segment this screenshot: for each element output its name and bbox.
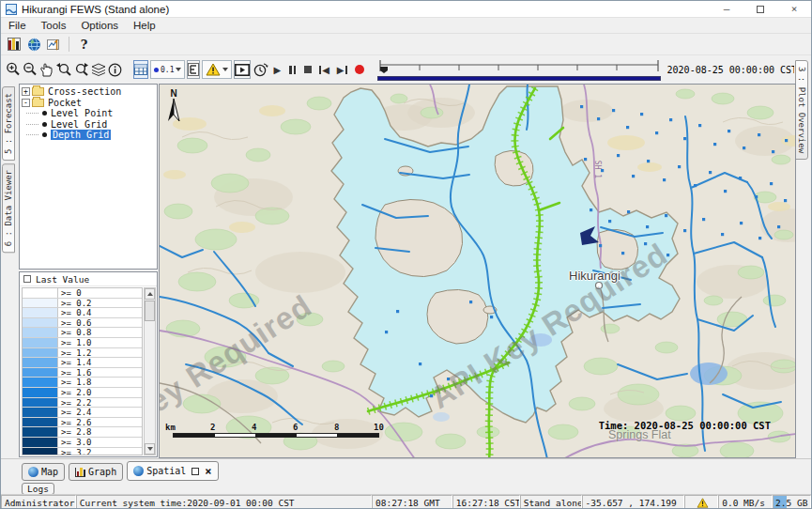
tab-map[interactable]: Map: [22, 463, 65, 481]
zoom-in-icon[interactable]: [6, 60, 21, 79]
scroll-down-arrow[interactable]: [145, 443, 155, 455]
play-button[interactable]: ▶: [273, 60, 281, 79]
tree-item-level-grid[interactable]: Level Grid: [22, 119, 157, 131]
dropdown-arrow-icon: [176, 68, 181, 71]
spatial-display-globe-icon[interactable]: [25, 35, 43, 54]
time-slider[interactable]: [377, 59, 661, 81]
last-timestep-button[interactable]: ▶: [337, 60, 347, 79]
tree-item-depth-grid[interactable]: Depth Grid: [22, 130, 157, 141]
legend-label: >= 2.6: [58, 418, 92, 427]
legend-swatch: [23, 328, 58, 337]
tab-data-viewer[interactable]: 6 : Data Viewer: [2, 163, 15, 253]
status-mode: Stand alone: [520, 495, 582, 509]
north-label: N: [167, 88, 180, 99]
legend-row[interactable]: >= 3.2: [23, 448, 142, 456]
legend-label: >= 2.2: [58, 398, 92, 408]
legend-scrollbar[interactable]: [144, 287, 156, 455]
legend-row[interactable]: >= 2.6: [23, 418, 142, 428]
legend-swatch: [23, 348, 58, 358]
legend-swatch: [23, 408, 58, 417]
menu-tools[interactable]: Tools: [34, 20, 74, 31]
map-time-label: Time: 2020-08-25 00:00:00 CST: [599, 420, 771, 431]
legend-row[interactable]: >= 1.2: [23, 348, 142, 359]
set-time-clock-icon[interactable]: [253, 60, 268, 79]
road-label: SH 1: [593, 161, 602, 178]
animation-window-icon[interactable]: [234, 60, 251, 79]
pause-button[interactable]: [288, 60, 297, 79]
map-view[interactable]: N API Key Required API Key Required Hiku…: [159, 84, 796, 458]
legend-row[interactable]: >= 1.4: [23, 358, 142, 368]
menu-file[interactable]: File: [1, 20, 34, 31]
legend-row[interactable]: >= 2.0: [23, 388, 142, 398]
legend-row[interactable]: >= 2.4: [23, 408, 142, 418]
time-slider-handle[interactable]: [380, 67, 388, 73]
legend-row[interactable]: >= 1.0: [23, 338, 142, 348]
zoom-previous-icon[interactable]: [55, 60, 71, 79]
last-value-row[interactable]: Last Value: [20, 272, 157, 286]
menu-help[interactable]: Help: [126, 20, 163, 31]
legend-icon[interactable]: [187, 60, 200, 79]
minimize-button[interactable]: –: [710, 1, 743, 17]
tab-forecast[interactable]: 5 : Forecast: [2, 86, 15, 161]
menu-bar: File Tools Options Help: [1, 18, 811, 34]
title-bar[interactable]: Hikurangi FEWS (Stand alone) – ×: [1, 1, 811, 18]
close-button[interactable]: ×: [777, 1, 811, 17]
timeseries-chart-icon[interactable]: [45, 35, 63, 54]
float-panel-icon[interactable]: [192, 468, 199, 475]
tab-graph[interactable]: Graph: [69, 463, 123, 481]
legend-row[interactable]: >= 2.8: [23, 427, 142, 438]
legend-row[interactable]: >= 0.2: [23, 299, 142, 309]
legend-label: >= 2.4: [58, 408, 92, 417]
database-viewer-icon[interactable]: [6, 35, 23, 54]
last-value-checkbox[interactable]: [23, 275, 31, 283]
window-title: Hikurangi FEWS (Stand alone): [22, 4, 169, 15]
map-canvas[interactable]: [160, 85, 796, 458]
help-button[interactable]: ?: [75, 35, 93, 54]
legend-row[interactable]: >= 1.8: [23, 378, 142, 388]
classbreaks-dropdown[interactable]: 0.1: [150, 60, 185, 79]
warning-icon: [697, 498, 709, 508]
town-label: Hikurangi: [569, 269, 620, 283]
main-toolbar: ?: [1, 34, 811, 55]
scrollbar-thumb[interactable]: [145, 301, 155, 321]
record-button[interactable]: [355, 60, 364, 79]
info-icon[interactable]: [108, 60, 122, 79]
first-timestep-button[interactable]: ◀: [319, 60, 329, 79]
legend-row[interactable]: >= 1.6: [23, 368, 142, 378]
stop-button[interactable]: [304, 60, 312, 79]
zoom-next-icon[interactable]: [73, 60, 89, 79]
layers-icon[interactable]: [91, 60, 106, 79]
tab-spatial[interactable]: Spatial ×: [127, 461, 218, 481]
collapse-icon[interactable]: -: [22, 99, 30, 107]
tree-item-pocket[interactable]: - Pocket: [22, 98, 157, 109]
legend-row[interactable]: >= 0.4: [23, 308, 142, 318]
legend-row[interactable]: >= 3.0: [23, 438, 142, 448]
maximize-icon: [757, 6, 764, 13]
tree-item-level-point[interactable]: Level Point: [22, 108, 157, 119]
tree-item-label: Level Point: [51, 108, 113, 118]
legend-row[interactable]: >= 0.6: [23, 318, 142, 329]
legend-row[interactable]: >= 2.2: [23, 398, 142, 409]
legend-label: >= 2.0: [58, 388, 92, 397]
warning-dropdown[interactable]: [202, 60, 232, 79]
time-slider-track[interactable]: [377, 59, 661, 75]
legend-swatch: [23, 358, 58, 367]
grid-display-icon[interactable]: [133, 60, 148, 79]
status-warning[interactable]: [684, 495, 718, 509]
status-network-rate: 0.0 MB/s: [718, 495, 773, 509]
zoom-out-icon[interactable]: [23, 60, 38, 79]
scroll-up-arrow[interactable]: [145, 288, 155, 300]
pan-hand-icon[interactable]: [39, 60, 54, 79]
tree-item-label-selected: Depth Grid: [51, 130, 111, 140]
tab-plot-overview[interactable]: 3 : Plot Overview: [795, 60, 808, 160]
tree-item-cross-section[interactable]: + Cross-section: [22, 86, 157, 98]
legend-swatch: [23, 308, 58, 317]
legend-row[interactable]: >= 0: [23, 288, 142, 299]
expand-icon[interactable]: +: [22, 87, 30, 96]
bullet-icon: [42, 132, 47, 137]
menu-options[interactable]: Options: [73, 20, 126, 31]
bar-chart-icon: [75, 468, 85, 477]
maximize-button[interactable]: [743, 1, 777, 17]
legend-row[interactable]: >= 0.8: [23, 328, 142, 338]
close-tab-icon[interactable]: ×: [205, 465, 211, 478]
